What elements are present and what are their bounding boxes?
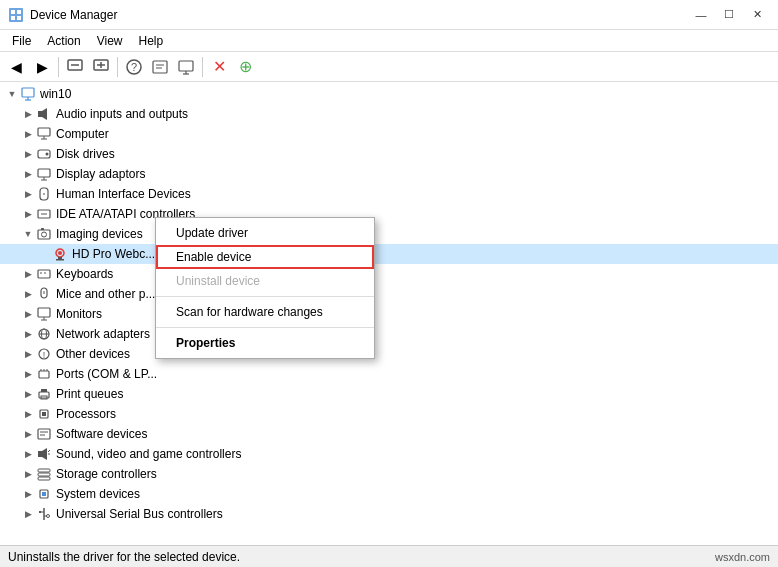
sound-label: Sound, video and game controllers (56, 447, 241, 461)
toolbar-back[interactable]: ◀ (4, 55, 28, 79)
svg-rect-3 (11, 16, 15, 20)
expand-arrow-computer: ▶ (20, 126, 36, 142)
toolbar: ◀ ▶ ? ✕ ⊕ (0, 52, 778, 82)
ctx-update-driver[interactable]: Update driver (156, 221, 374, 245)
maximize-button[interactable]: ☐ (716, 5, 742, 25)
svg-point-36 (42, 232, 47, 237)
svg-rect-48 (38, 308, 50, 317)
svg-rect-74 (38, 477, 50, 480)
tree-item-keyboard[interactable]: ▶ Keyboards (0, 264, 778, 284)
ctx-uninstall-device[interactable]: Uninstall device (156, 269, 374, 293)
svg-point-39 (58, 251, 62, 255)
ctx-separator-1 (156, 296, 374, 297)
ctx-scan-hardware[interactable]: Scan for hardware changes (156, 300, 374, 324)
context-menu: Update driver Enable device Uninstall de… (155, 217, 375, 359)
ctx-enable-device[interactable]: Enable device (156, 245, 374, 269)
tree-item-processors[interactable]: ▶ Processors (0, 404, 778, 424)
usb-label: Universal Serial Bus controllers (56, 507, 223, 521)
status-bar: Uninstalls the driver for the selected d… (0, 545, 778, 567)
audio-icon (36, 106, 52, 122)
expand-arrow-system: ▶ (20, 486, 36, 502)
tree-item-monitors[interactable]: ▶ Monitors (0, 304, 778, 324)
mouse-label: Mice and other p... (56, 287, 155, 301)
computer-icon (20, 86, 36, 102)
tree-item-webcam[interactable]: HD Pro Webc... (0, 244, 778, 264)
menu-help[interactable]: Help (131, 32, 172, 50)
tree-item-other[interactable]: ▶ ! Other devices (0, 344, 778, 364)
expand-arrow-print: ▶ (20, 386, 36, 402)
menu-bar: File Action View Help (0, 30, 778, 52)
expand-arrow-other: ▶ (20, 346, 36, 362)
tree-item-mouse[interactable]: ▶ Mice and other p... (0, 284, 778, 304)
software-icon (36, 426, 52, 442)
svg-rect-1 (11, 10, 15, 14)
keyboard-label: Keyboards (56, 267, 113, 281)
tree-item-software[interactable]: ▶ Software devices (0, 424, 778, 444)
toolbar-monitor[interactable] (174, 55, 198, 79)
monitors-label: Monitors (56, 307, 102, 321)
svg-rect-4 (17, 16, 21, 20)
ctx-properties[interactable]: Properties (156, 331, 374, 355)
toolbar-separator-1 (58, 57, 59, 77)
usb-icon (36, 506, 52, 522)
toolbar-collapse[interactable] (63, 55, 87, 79)
expand-arrow-imaging: ▼ (20, 226, 36, 242)
ide-icon (36, 206, 52, 222)
tree-item-imaging[interactable]: ▼ Imaging devices (0, 224, 778, 244)
device-tree[interactable]: ▼ win10 ▶ Audio inputs and outputs ▶ (0, 82, 778, 545)
tree-item-computer[interactable]: ▶ Computer (0, 124, 778, 144)
tree-item-ide[interactable]: ▶ IDE ATA/ATAPI controllers (0, 204, 778, 224)
menu-action[interactable]: Action (39, 32, 88, 50)
tree-root[interactable]: ▼ win10 (0, 84, 778, 104)
window-controls: — ☐ ✕ (688, 5, 770, 25)
toolbar-add[interactable]: ⊕ (233, 55, 257, 79)
toolbar-remove[interactable]: ✕ (207, 55, 231, 79)
tree-item-system[interactable]: ▶ System devices (0, 484, 778, 504)
disk-icon (36, 146, 52, 162)
menu-view[interactable]: View (89, 32, 131, 50)
svg-text:?: ? (131, 61, 137, 73)
tree-item-storage[interactable]: ▶ Storage controllers (0, 464, 778, 484)
ports-icon (36, 366, 52, 382)
display-label: Display adaptors (56, 167, 145, 181)
svg-text:!: ! (43, 350, 46, 360)
tree-item-display[interactable]: ▶ Display adaptors (0, 164, 778, 184)
tree-item-ports[interactable]: ▶ Ports (COM & LP... (0, 364, 778, 384)
svg-rect-64 (42, 412, 46, 416)
disk-label: Disk drives (56, 147, 115, 161)
computer-label: Computer (56, 127, 109, 141)
status-right-text: wsxdn.com (715, 551, 770, 563)
tree-root-label: win10 (40, 87, 71, 101)
network-label: Network adapters (56, 327, 150, 341)
mouse-icon (36, 286, 52, 302)
status-text: Uninstalls the driver for the selected d… (8, 550, 240, 564)
keyboard-icon (36, 266, 52, 282)
imaging-icon (36, 226, 52, 242)
title-bar: Device Manager — ☐ ✕ (0, 0, 778, 30)
toolbar-forward[interactable]: ▶ (30, 55, 54, 79)
menu-file[interactable]: File (4, 32, 39, 50)
tree-item-print[interactable]: ▶ Print queues (0, 384, 778, 404)
tree-item-hid[interactable]: ▶ Human Interface Devices (0, 184, 778, 204)
svg-rect-28 (38, 169, 50, 177)
computer-tree-icon (36, 126, 52, 142)
window-title: Device Manager (30, 8, 688, 22)
toolbar-help[interactable]: ? (122, 55, 146, 79)
tree-item-usb[interactable]: ▶ Universal Serial Bus controllers (0, 504, 778, 524)
expand-arrow-monitors: ▶ (20, 306, 36, 322)
tree-item-sound[interactable]: ▶ Sound, video and game controllers (0, 444, 778, 464)
tree-item-network[interactable]: ▶ Network adapters (0, 324, 778, 344)
toolbar-expand[interactable] (89, 55, 113, 79)
expand-arrow-audio: ▶ (20, 106, 36, 122)
tree-item-disk[interactable]: ▶ Disk drives (0, 144, 778, 164)
close-button[interactable]: ✕ (744, 5, 770, 25)
system-icon (36, 486, 52, 502)
tree-item-audio[interactable]: ▶ Audio inputs and outputs (0, 104, 778, 124)
svg-rect-76 (42, 492, 46, 496)
svg-rect-56 (39, 371, 49, 378)
svg-rect-80 (39, 511, 41, 513)
minimize-button[interactable]: — (688, 5, 714, 25)
hid-icon (36, 186, 52, 202)
toolbar-device-props[interactable] (148, 55, 172, 79)
expand-arrow-hid: ▶ (20, 186, 36, 202)
